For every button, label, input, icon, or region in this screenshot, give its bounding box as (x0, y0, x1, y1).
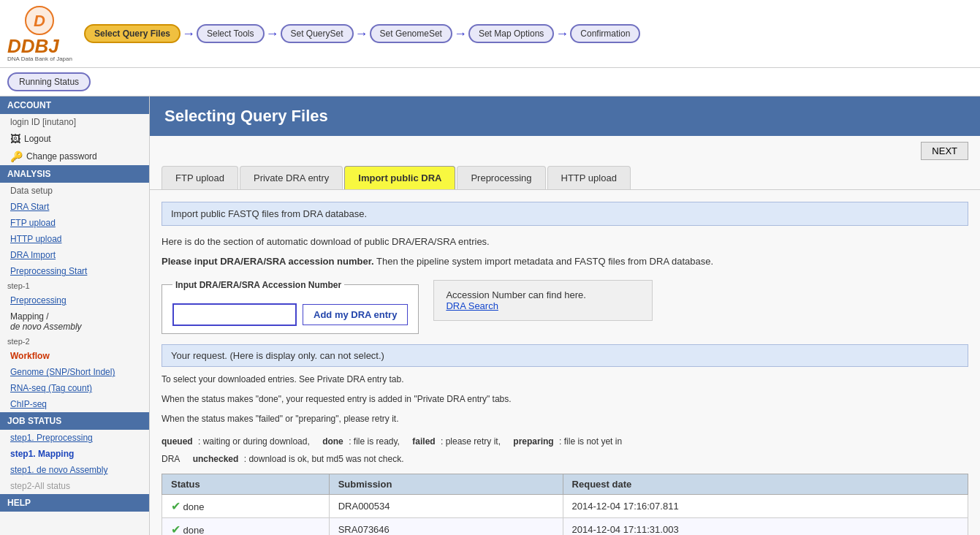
preprocessing-item[interactable]: Preprocessing (0, 292, 149, 308)
step1-label: step-1 (0, 279, 149, 292)
dra-import-item[interactable]: DRA Import (0, 247, 149, 263)
logout-icon: 🖼 (10, 133, 20, 145)
tabs-container: FTP uploadPrivate DRA entryImport public… (150, 166, 980, 190)
change-password-label: Change password (26, 151, 97, 162)
legend-done-desc: : file is ready, (349, 436, 400, 447)
ftp-upload-item[interactable]: FTP upload (0, 215, 149, 231)
status-legend: queued : waiting or during download, don… (162, 433, 968, 468)
content-area: Selecting Query Files NEXT FTP uploadPri… (150, 96, 980, 535)
table-header: Status (162, 474, 330, 494)
change-password-item[interactable]: 🔑 Change password (0, 148, 149, 165)
check-icon: ✔ (171, 500, 181, 512)
legend-preparing: preparing (513, 436, 553, 447)
logo-subtitle: DNA Data Bank of Japan (7, 56, 72, 63)
ddbj-emblem-icon: D (23, 4, 56, 37)
preprocessing-start-item[interactable]: Preprocessing Start (0, 263, 149, 279)
workflow-step-set-map-options[interactable]: Set Map Options (468, 24, 554, 43)
dra-start-item[interactable]: DRA Start (0, 199, 149, 215)
dra-search-link[interactable]: DRA Search (446, 300, 498, 311)
job-step2-all-item[interactable]: step2-All status (0, 478, 149, 494)
step-arrow-4: → (555, 26, 569, 42)
job-mapping-item[interactable]: step1. Mapping (0, 446, 149, 462)
key-icon: 🔑 (10, 151, 23, 162)
table-header-row: StatusSubmissionRequest date (162, 474, 968, 494)
running-status-button[interactable]: Running Status (7, 72, 91, 91)
step-arrow-2: → (355, 26, 368, 42)
status-cell: ✔ done (162, 494, 330, 517)
tab-http-upload[interactable]: HTTP upload (547, 166, 631, 189)
request-header: Your request. (Here is display only. can… (162, 344, 968, 367)
workflow-step-select-query-files[interactable]: Select Query Files (84, 24, 181, 43)
de-novo-label: de novo Assembly (10, 322, 82, 332)
chip-seq-item[interactable]: ChIP-seq (0, 396, 149, 412)
step2-label: step-2 (0, 335, 149, 348)
workflow-step-set-genomeset[interactable]: Set GenomeSet (370, 24, 452, 43)
tab-private-dra[interactable]: Private DRA entry (240, 166, 343, 189)
http-upload-item[interactable]: HTTP upload (0, 231, 149, 247)
genome-snp-item[interactable]: Genome (SNP/Short Indel) (0, 364, 149, 380)
job-status-header: JOB STATUS (0, 412, 149, 430)
legend-queued: queued (162, 436, 193, 447)
page-title-bar: Selecting Query Files (150, 96, 980, 136)
main-layout: ACCOUNT login ID [inutano] 🖼 Logout 🔑 Ch… (0, 96, 980, 535)
table-row: ✔ doneDRA0005342014-12-04 17:16:07.811 (162, 494, 968, 517)
svg-text:D: D (34, 12, 46, 30)
step-arrow-3: → (454, 26, 467, 42)
step-arrow-0: → (182, 26, 195, 42)
workflow-steps: Select Query Files→Select Tools→Set Quer… (84, 24, 640, 43)
submission-cell: DRA000534 (329, 494, 563, 517)
workflow-step-select-tools[interactable]: Select Tools (197, 24, 264, 43)
account-section-header: ACCOUNT (0, 96, 149, 114)
step-arrow-1: → (266, 26, 279, 42)
legend-queued-desc: : waiting or during download, (198, 436, 310, 447)
logo-name: DDBJ (7, 35, 59, 57)
workflow-item[interactable]: Workflow (0, 348, 149, 364)
accession-hint-box: Accession Number can find here. DRA Sear… (433, 280, 653, 321)
logout-item[interactable]: 🖼 Logout (0, 130, 149, 148)
table-row: ✔ doneSRA0736462014-12-04 17:11:31.003 (162, 517, 968, 535)
next-row: NEXT (150, 136, 980, 166)
tab-import-public-dra[interactable]: Import public DRA (344, 166, 455, 189)
ddbj-logo: D DDBJ DNA Data Bank of Japan (7, 4, 72, 63)
status-cell: ✔ done (162, 517, 330, 535)
job-denovo-item[interactable]: step1. de novo Assembly (0, 462, 149, 478)
table-header: Submission (329, 474, 563, 494)
import-info-box: Import public FASTQ files from DRA datab… (162, 202, 968, 226)
content-body: Import public FASTQ files from DRA datab… (150, 190, 980, 535)
legend-unchecked: unchecked (193, 454, 239, 464)
request-desc3: When the status makes "failed" or "prepa… (162, 412, 968, 426)
legend-unchecked-desc: : download is ok, but md5 was not check. (244, 454, 404, 464)
input-section: Input DRA/ERA/SRA Accession Number Add m… (162, 280, 968, 334)
tab-ftp-upload[interactable]: FTP upload (162, 166, 238, 189)
tab-preprocessing[interactable]: Preprocessing (457, 166, 545, 189)
rna-seq-item[interactable]: RNA-seq (Tag count) (0, 380, 149, 396)
accession-input[interactable] (172, 303, 297, 326)
check-icon: ✔ (171, 523, 181, 535)
add-dra-button[interactable]: Add my DRA entry (303, 304, 408, 325)
request-desc2: When the status makes "done", your reque… (162, 392, 968, 406)
mapping-item[interactable]: Mapping / de novo Assembly (0, 308, 149, 335)
submission-cell: SRA073646 (329, 517, 563, 535)
legend-preparing-desc: : file is not yet in (559, 436, 622, 447)
header: D DDBJ DNA Data Bank of Japan Select Que… (0, 0, 980, 68)
job-preprocessing-item[interactable]: step1. Preprocessing (0, 430, 149, 446)
desc-line1: Here is do the section of automatic down… (162, 235, 968, 250)
request-desc1: To select your downloaded entries. See P… (162, 373, 968, 387)
next-button[interactable]: NEXT (921, 142, 968, 160)
input-row: Add my DRA entry (172, 303, 408, 326)
fieldset-legend: Input DRA/ERA/SRA Accession Number (172, 280, 344, 290)
accession-fieldset: Input DRA/ERA/SRA Accession Number Add m… (162, 280, 419, 334)
legend-failed-desc: : please retry it, (441, 436, 501, 447)
desc2-suffix: Then the pipeline system import metadata… (376, 256, 713, 267)
logout-label: Logout (24, 134, 51, 144)
sidebar: ACCOUNT login ID [inutano] 🖼 Logout 🔑 Ch… (0, 96, 150, 535)
help-header: HELP (0, 494, 149, 512)
date-cell: 2014-12-04 17:11:31.003 (563, 517, 968, 535)
submissions-table: StatusSubmissionRequest date ✔ doneDRA00… (162, 474, 968, 535)
data-setup-label: Data setup (0, 183, 149, 199)
table-header: Request date (563, 474, 968, 494)
date-cell: 2014-12-04 17:16:07.811 (563, 494, 968, 517)
workflow-step-confirmation[interactable]: Confirmation (570, 24, 640, 43)
workflow-step-set-queryset[interactable]: Set QuerySet (281, 24, 354, 43)
page-title: Selecting Query Files (164, 107, 328, 125)
